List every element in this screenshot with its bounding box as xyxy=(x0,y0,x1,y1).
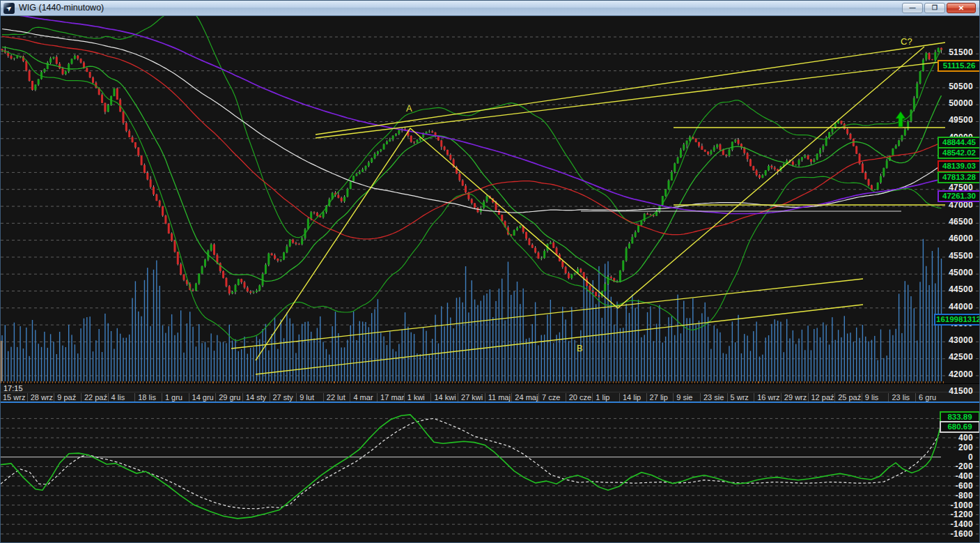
date-tick-label: 22 lut xyxy=(323,393,345,401)
date-tick-label: 16 wrz xyxy=(754,393,779,401)
osc-tick-label: -200 xyxy=(934,461,973,471)
osc-tick-label: -1400 xyxy=(934,519,973,529)
osc-tick-label: -800 xyxy=(934,491,973,500)
up-arrow-icon xyxy=(896,112,905,127)
date-tick-label: 14 lip xyxy=(619,393,641,401)
date-tick-label: 27 sty xyxy=(270,393,293,401)
osc-tick-label: 0 xyxy=(934,452,973,462)
close-button[interactable]: ✕ xyxy=(947,3,976,13)
date-tick-label: 18 lis xyxy=(134,393,156,401)
osc-tick-label: 400 xyxy=(934,433,973,443)
app-window: ➤ WIG (1440-minutowo) — ❐ ✕ ABC? 17:15 1… xyxy=(0,0,980,543)
price-tick-label: 45000 xyxy=(934,268,973,277)
wave-label: B xyxy=(577,343,583,353)
date-tick-label: 14 sty xyxy=(242,393,266,401)
date-tick-label: 29 wrz xyxy=(781,393,807,401)
date-tick-label: 20 cze xyxy=(566,393,591,401)
oscillator-panel[interactable] xyxy=(1,403,980,543)
date-tick-label: 9 lis xyxy=(862,393,879,401)
wave-label: C? xyxy=(901,36,912,47)
date-tick-label: 22 paź xyxy=(81,393,107,401)
price-level-badge: 47261.30 xyxy=(938,190,980,202)
price-tick-label: 43000 xyxy=(934,335,973,345)
osc-tick-label: -600 xyxy=(934,481,973,491)
osc-tick-label: -400 xyxy=(934,471,973,481)
date-tick-label: 28 wrz xyxy=(27,393,53,401)
price-tick-label: 46500 xyxy=(934,217,973,227)
date-tick-label: 9 sie xyxy=(673,393,692,401)
date-tick-label: 12 paź xyxy=(808,393,834,401)
window-titlebar[interactable]: ➤ WIG (1440-minutowo) — ❐ ✕ xyxy=(1,1,979,16)
date-tick-label: 29 gru xyxy=(215,393,240,401)
ma-line-sma_red xyxy=(2,36,942,239)
wave-label: A xyxy=(406,103,412,114)
price-tick-label: 42500 xyxy=(934,352,973,362)
date-tick-label: 9 lut xyxy=(296,393,314,401)
date-tick-label: 1 gru xyxy=(162,393,182,401)
date-tick-label: 15 wrz xyxy=(0,393,25,401)
date-tick-label: 24 maj xyxy=(511,393,538,401)
price-tick-label: 44500 xyxy=(934,284,973,294)
price-level-badge: 680.69 xyxy=(940,421,980,433)
price-tick-label: 44000 xyxy=(934,302,973,312)
price-tick-label: 41500 xyxy=(934,386,973,396)
minimize-button[interactable]: — xyxy=(902,3,923,13)
date-tick-label: 1 kwi xyxy=(404,393,425,401)
window-title: WIG (1440-minutowo) xyxy=(19,3,104,13)
price-level-badge: 51115.26 xyxy=(938,60,980,72)
date-tick-label: 17 mar xyxy=(377,393,404,401)
date-tick-label: 23 sie xyxy=(700,393,724,401)
osc-grid-layer xyxy=(1,418,980,534)
main-price-chart[interactable]: ABC? xyxy=(1,16,980,382)
date-tick-label: 14 kwi xyxy=(430,393,456,401)
osc-tick-label: 200 xyxy=(934,443,973,452)
date-tick-label: 1 lip xyxy=(592,393,609,401)
price-level-badge: 47813.28 xyxy=(938,171,980,183)
price-tick-label: 49500 xyxy=(934,115,973,125)
candles-layer xyxy=(1,46,943,298)
date-tick-label: 6 gru xyxy=(915,393,936,401)
price-level-badge: 48542.02 xyxy=(938,147,980,159)
date-tick-label: 7 cze xyxy=(538,393,560,401)
date-tick-label: 4 mar xyxy=(350,393,373,401)
price-tick-label: 50500 xyxy=(934,82,973,91)
price-tick-label: 45500 xyxy=(934,251,973,261)
app-icon: ➤ xyxy=(3,3,15,14)
date-tick-label: 11 maj xyxy=(485,393,511,401)
date-tick-label: 14 gru xyxy=(189,393,214,401)
date-tick-label: 4 lis xyxy=(108,393,125,401)
volume-layer xyxy=(1,239,942,381)
date-tick-label: 5 wrz xyxy=(727,393,749,401)
date-tick-label: 27 lip xyxy=(646,393,668,401)
price-tick-label: 50000 xyxy=(934,98,973,108)
osc-tick-label: -1000 xyxy=(934,500,973,510)
date-tick-label: 23 lis xyxy=(888,393,910,401)
date-axis[interactable]: 15 wrz28 wrz9 paź22 paź4 lis18 lis1 gru1… xyxy=(1,392,979,402)
ma-line-sma_white xyxy=(2,29,942,213)
ma-line-sma_fast xyxy=(2,47,942,282)
date-tick-label: 27 kwi xyxy=(458,393,483,401)
price-tick-label: 46000 xyxy=(934,234,973,243)
restore-button[interactable]: ❐ xyxy=(924,3,945,13)
price-tick-label: 51500 xyxy=(934,47,973,57)
price-level-badge: 1619981312 xyxy=(934,314,980,326)
price-level-badge: 48139.03 xyxy=(938,160,980,172)
osc-tick-label: -1200 xyxy=(934,510,973,519)
date-tick-label: 9 paź xyxy=(54,393,76,401)
date-tick-label: 25 paź xyxy=(834,393,861,401)
price-tick-label: 42000 xyxy=(934,369,973,379)
osc-tick-label: -1600 xyxy=(934,529,973,539)
